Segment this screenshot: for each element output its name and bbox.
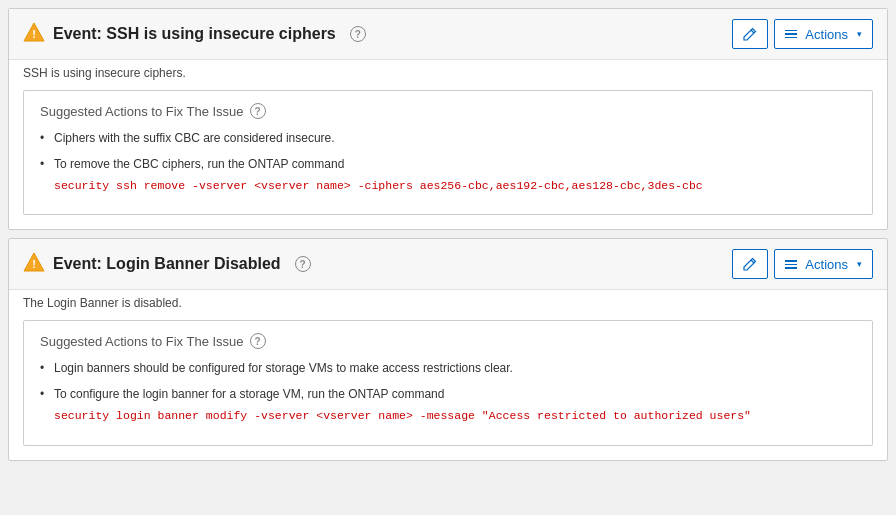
lines-icon	[785, 30, 797, 39]
command-code: security login banner modify -vserver <v…	[54, 407, 856, 424]
list-item: To remove the CBC ciphers, run the ONTAP…	[40, 155, 856, 194]
bullet-text: To configure the login banner for a stor…	[54, 387, 444, 401]
suggested-help-icon[interactable]: ?	[250, 333, 266, 349]
chevron-down-icon: ▾	[857, 29, 862, 39]
suggested-actions-title: Suggested Actions to Fix The Issue?	[40, 333, 856, 349]
event-header-left-login-banner-disabled: ! Event: Login Banner Disabled?	[23, 251, 732, 277]
event-description-login-banner-disabled: The Login Banner is disabled.	[9, 290, 887, 320]
events-container: ! Event: SSH is using insecure ciphers? …	[8, 8, 888, 461]
event-header-login-banner-disabled: ! Event: Login Banner Disabled? Actions▾	[9, 239, 887, 290]
help-icon[interactable]: ?	[350, 26, 366, 42]
edit-button[interactable]	[732, 249, 768, 279]
suggested-actions-list: Ciphers with the suffix CBC are consider…	[40, 129, 856, 194]
svg-text:!: !	[32, 28, 36, 40]
svg-line-2	[751, 30, 754, 33]
suggested-actions-box-ssh-insecure-ciphers: Suggested Actions to Fix The Issue?Ciphe…	[23, 90, 873, 215]
event-card-login-banner-disabled: ! Event: Login Banner Disabled? Actions▾…	[8, 238, 888, 460]
suggested-actions-label: Suggested Actions to Fix The Issue	[40, 104, 244, 119]
chevron-down-icon: ▾	[857, 259, 862, 269]
command-code: security ssh remove -vserver <vserver na…	[54, 177, 856, 194]
bullet-text: To remove the CBC ciphers, run the ONTAP…	[54, 157, 344, 171]
suggested-actions-box-login-banner-disabled: Suggested Actions to Fix The Issue?Login…	[23, 320, 873, 445]
suggested-help-icon[interactable]: ?	[250, 103, 266, 119]
warning-icon: !	[23, 21, 45, 47]
suggested-actions-label: Suggested Actions to Fix The Issue	[40, 334, 244, 349]
event-description-ssh-insecure-ciphers: SSH is using insecure ciphers.	[9, 60, 887, 90]
list-item: To configure the login banner for a stor…	[40, 385, 856, 424]
event-header-left-ssh-insecure-ciphers: ! Event: SSH is using insecure ciphers?	[23, 21, 732, 47]
suggested-actions-list: Login banners should be configured for s…	[40, 359, 856, 424]
event-header-ssh-insecure-ciphers: ! Event: SSH is using insecure ciphers? …	[9, 9, 887, 60]
svg-line-5	[751, 260, 754, 263]
event-title-login-banner-disabled: Event: Login Banner Disabled	[53, 255, 281, 273]
lines-icon	[785, 260, 797, 269]
help-icon[interactable]: ?	[295, 256, 311, 272]
bullet-text: Ciphers with the suffix CBC are consider…	[54, 131, 335, 145]
actions-button[interactable]: Actions▾	[774, 249, 873, 279]
actions-label: Actions	[805, 257, 848, 272]
list-item: Login banners should be configured for s…	[40, 359, 856, 377]
event-title-ssh-insecure-ciphers: Event: SSH is using insecure ciphers	[53, 25, 336, 43]
event-card-ssh-insecure-ciphers: ! Event: SSH is using insecure ciphers? …	[8, 8, 888, 230]
svg-text:!: !	[32, 258, 36, 270]
actions-button[interactable]: Actions▾	[774, 19, 873, 49]
header-actions-ssh-insecure-ciphers: Actions▾	[732, 19, 873, 49]
actions-label: Actions	[805, 27, 848, 42]
bullet-text: Login banners should be configured for s…	[54, 361, 513, 375]
warning-icon: !	[23, 251, 45, 277]
edit-button[interactable]	[732, 19, 768, 49]
suggested-actions-title: Suggested Actions to Fix The Issue?	[40, 103, 856, 119]
list-item: Ciphers with the suffix CBC are consider…	[40, 129, 856, 147]
header-actions-login-banner-disabled: Actions▾	[732, 249, 873, 279]
